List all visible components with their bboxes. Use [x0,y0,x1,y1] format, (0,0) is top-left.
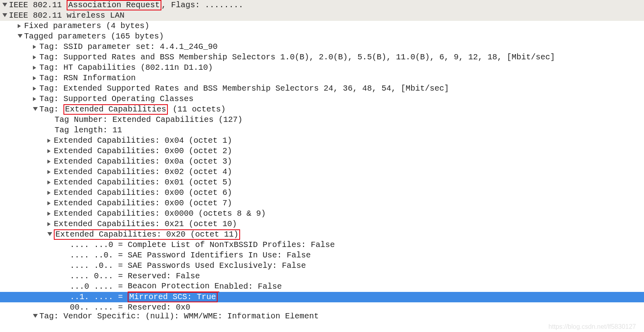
text: Tag: Supported Operating Classes [39,94,194,104]
text: Extended Capabilities: 0x00 (octet 6) [54,188,232,198]
svg-marker-15 [47,180,51,184]
text: Extended Capabilities: 0x02 (octet 4) [54,167,232,177]
svg-marker-7 [33,76,36,80]
tree-row-bit[interactable]: .... 0... = Reserved: False [0,271,644,281]
text: Tag Number: Extended Capabilities (127) [55,115,243,125]
expand-toggle-icon[interactable] [47,211,53,216]
tree-row-tag-ext-cap[interactable]: Tag: Extended Capabilities (11 octets) [0,104,644,115]
svg-marker-21 [33,314,38,318]
text: Extended Capabilities: 0x04 (octet 1) [54,136,232,146]
tree-row-bit[interactable]: .... ...0 = Complete List of NonTxBSSID … [0,240,644,250]
packet-details-tree: IEEE 802.11 Association Request, Flags: … [0,0,644,332]
svg-marker-10 [33,107,38,111]
expand-toggle-icon[interactable] [47,201,53,206]
svg-marker-8 [33,87,36,91]
tree-row-ieee80211-wlan[interactable]: IEEE 802.11 wireless LAN [0,10,644,21]
expand-toggle-icon[interactable] [47,180,53,185]
highlight-box: Extended Capabilities [63,104,168,115]
text: .... 0... = Reserved: False [70,271,200,281]
tree-row-octet[interactable]: Extended Capabilities: 0x04 (octet 1) [0,136,644,146]
text: nabled: False [219,281,282,292]
svg-marker-5 [33,55,36,59]
svg-marker-13 [47,160,51,164]
text: Extended Capabilities: 0x00 (octet 7) [54,198,232,209]
tree-row-tag-vendor[interactable]: Tag: Vendor Specific: (null): WMM/WME: I… [0,313,644,320]
expand-toggle-icon[interactable] [33,86,39,91]
tree-row-bit[interactable]: 00.. .... = Reserved: 0x0 [0,302,644,313]
expand-toggle-icon[interactable] [18,13,23,60]
text: ..1. .... = [70,292,128,302]
svg-marker-3 [18,34,22,38]
tree-row-tag-ssid[interactable]: Tag: SSID parameter set: 4.4.1_24G_90 [0,42,644,52]
tree-row-bit-selected[interactable]: ..1. .... = Mirrored SCS: True [0,292,644,302]
text: Extended Capabilities: 0x01 (octet 5) [54,177,232,188]
tree-row-octet[interactable]: Extended Capabilities: 0x0a (octet 3) [0,156,644,167]
tree-row-tag-ext-rates[interactable]: Tag: Extended Supported Rates and BSS Me… [0,83,644,94]
tree-row-ieee80211-header[interactable]: IEEE 802.11 Association Request, Flags: … [0,0,644,10]
svg-marker-20 [47,232,52,236]
text: Tag: SSID parameter set: 4.4.1_24G_90 [39,42,218,52]
svg-marker-17 [47,201,51,205]
svg-marker-19 [47,222,51,226]
svg-marker-1 [2,13,7,17]
expand-toggle-icon[interactable] [33,76,39,81]
expand-toggle-icon[interactable] [47,232,53,237]
tree-row-octet[interactable]: Extended Capabilities: 0x00 (octet 2) [0,146,644,156]
tree-row-octet[interactable]: Extended Capabilities: 0x01 (octet 5) [0,177,644,188]
tree-row-tag-number[interactable]: Tag Number: Extended Capabilities (127) [0,115,644,125]
svg-marker-18 [47,212,51,216]
expand-toggle-icon[interactable] [33,55,39,60]
tree-row-tagged-params[interactable]: Tagged parameters (165 bytes) [0,31,644,42]
tree-row-bit[interactable]: ...0 .... = Beacon Protection Enabled: F… [0,281,644,292]
expand-toggle-icon[interactable] [2,0,8,39]
expand-toggle-icon[interactable] [33,314,39,319]
highlight-box: Mirrored SCS: True [128,292,218,302]
tree-row-octet[interactable]: Extended Capabilities: 0x0000 (octets 8 … [0,209,644,219]
expand-toggle-icon[interactable] [33,97,39,101]
text: 00.. .... = Reserved: 0x0 [70,302,190,313]
text: Tag: HT Capabilities (802.11n D1.10) [39,63,213,73]
tree-row-fixed-params[interactable]: Fixed parameters (4 bytes) [0,21,644,31]
highlight-underline: Beacon Protection E [128,281,219,292]
highlight-box: Association Request [67,0,161,10]
tree-row-octet[interactable]: Extended Capabilities: 0x00 (octet 7) [0,198,644,209]
tree-row-bit[interactable]: .... ..0. = SAE Password Identifiers In … [0,250,644,261]
tree-row-tag-length[interactable]: Tag length: 11 [0,125,644,136]
highlight-box: Extended Capabilities: 0x20 (octet 11) [54,229,240,240]
text: .... .0.. = SAE Passwords Used Exclusive… [70,261,306,271]
tree-row-octet[interactable]: Extended Capabilities: 0x02 (octet 4) [0,167,644,177]
text: Tag: RSN Information [39,73,136,83]
text: (11 octets) [168,104,226,115]
tree-row-tag-op-classes[interactable]: Tag: Supported Operating Classes [0,94,644,104]
text: Fixed parameters (4 bytes) [24,21,149,31]
svg-marker-6 [33,66,36,70]
tree-row-bit[interactable]: .... .0.. = SAE Passwords Used Exclusive… [0,261,644,271]
tree-row-octet[interactable]: Extended Capabilities: 0x00 (octet 6) [0,188,644,198]
text: Tag: Supported Rates and BSS Membership … [39,52,555,63]
svg-marker-11 [47,139,51,143]
tree-row-tag-rsn[interactable]: Tag: RSN Information [0,73,644,83]
text: ...0 .... = [70,281,128,292]
expand-toggle-icon[interactable] [33,45,39,49]
expand-toggle-icon[interactable] [47,190,53,195]
tree-row-tag-ht[interactable]: Tag: HT Capabilities (802.11n D1.10) [0,63,644,73]
tree-row-octet-11[interactable]: Extended Capabilities: 0x20 (octet 11) [0,229,644,240]
expand-toggle-icon[interactable] [47,222,53,227]
expand-toggle-icon[interactable] [33,107,39,112]
svg-marker-14 [47,170,51,174]
text: Tag: [39,104,63,115]
text: Extended Capabilities: 0x21 (octet 10) [54,219,237,229]
expand-toggle-icon[interactable] [47,138,53,143]
expand-toggle-icon[interactable] [47,159,53,164]
expand-toggle-icon[interactable] [47,149,53,154]
expand-toggle-icon[interactable] [47,170,53,174]
svg-marker-4 [33,45,36,49]
text: Tagged parameters (165 bytes) [24,31,164,42]
tree-row-octet[interactable]: Extended Capabilities: 0x21 (octet 10) [0,219,644,229]
text: Tag: Extended Supported Rates and BSS Me… [39,83,449,94]
tree-row-tag-supported-rates[interactable]: Tag: Supported Rates and BSS Membership … [0,52,644,63]
text: Tag: Vendor Specific: (null): WMM/WME: I… [39,313,319,320]
expand-toggle-icon[interactable] [33,65,39,70]
text: , Flags: ........ [161,0,243,10]
text: Tag length: 11 [55,125,122,136]
